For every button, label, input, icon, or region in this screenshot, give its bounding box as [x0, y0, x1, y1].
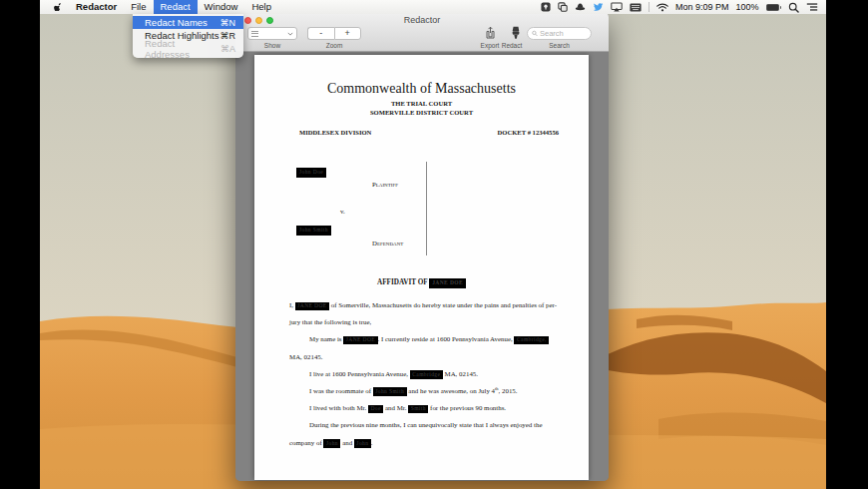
search-icon [532, 30, 538, 37]
document-subtitle-court: THE TRIAL COURT [254, 100, 589, 107]
affidavit-heading-text: AFFIDAVIT OF [377, 278, 427, 286]
airplay-display-icon[interactable] [611, 2, 623, 12]
close-button[interactable] [244, 17, 251, 24]
document-page: Commonwealth of Massachusetts THE TRIAL … [254, 55, 589, 480]
redactor-window: Redactor Show - + Zoom [235, 12, 609, 481]
redaction-bar: Cambridge [410, 370, 443, 379]
zoom-control: - + [307, 27, 361, 40]
redaction-bar: John [354, 439, 371, 448]
menu-item-redact-addresses: Redact Addresses ⌘A [133, 42, 243, 55]
division-docket-row: MIDDLESEX DIVISION DOCKET # 12344556 [299, 129, 559, 136]
wifi-icon[interactable] [656, 3, 668, 12]
text-segment: company of [289, 439, 323, 446]
menubar-item-window[interactable]: Window [198, 0, 245, 14]
text-segment: My name is [309, 335, 343, 342]
menubar-item-help[interactable]: Help [244, 0, 278, 14]
text-segment: . I currently reside at 1600 Pennsylvani… [378, 335, 515, 342]
text-segment: I lived with both Mr. [309, 404, 368, 411]
battery-percent: 100% [735, 2, 758, 12]
zoom-in-button[interactable]: + [334, 27, 362, 40]
affidavit-line: During the previous nine months, I can u… [289, 416, 563, 433]
battery-icon[interactable] [766, 4, 782, 11]
text-segment: I live at 1600 Pennsylvania Avenue, [309, 370, 410, 377]
redaction-bar: John [323, 439, 340, 448]
search-label: Search [527, 42, 592, 49]
text-segment: . [371, 439, 373, 446]
redaction-bar: Smith [408, 405, 428, 414]
export-share-icon [485, 26, 496, 40]
text-segment: and he was awesome, on July 4 [407, 387, 495, 394]
menu-item-shortcut: ⌘R [220, 31, 236, 41]
redaction-bar: John Smith [296, 226, 331, 236]
affidavit-line: I live at 1600 Pennsylvania Avenue, Camb… [289, 365, 563, 382]
text-segment: MA, 02145. [289, 353, 323, 360]
case-caption: John Doe Plaintiff v. John Smith Defenda… [254, 160, 589, 255]
zoom-out-button[interactable]: - [307, 27, 334, 40]
chevron-down-icon [287, 32, 293, 36]
redaction-bar: JANE DOE [343, 336, 377, 345]
document-title: Commonwealth of Massachusetts [254, 81, 589, 97]
defendant-label: Defendant [372, 240, 403, 246]
affidavit-body: I, JANE DOE of Somerville, Massachusetts… [289, 296, 563, 451]
menu-item-label: Redact Addresses [145, 38, 220, 60]
export-button[interactable] [477, 25, 503, 40]
redact-menu-dropdown: Redact Names ⌘N Redact Highlights ⌘R Red… [133, 14, 243, 58]
spotlight-icon[interactable] [788, 2, 799, 13]
text-segment: , 2015. [499, 387, 518, 394]
menubar-item-redact[interactable]: Redact [154, 0, 198, 14]
twitter-app-icon[interactable] [593, 2, 604, 12]
affidavit-line: I lived with both Mr. Doe and Mr. Smith … [289, 399, 563, 416]
menu-item-label: Redact Names [145, 17, 208, 28]
affidavit-line: company of John and John. [289, 434, 563, 451]
hat-app-icon[interactable] [575, 2, 586, 12]
password-app-icon[interactable] [541, 2, 551, 12]
keyboard-app-icon[interactable] [630, 3, 642, 12]
versus-text: v. [340, 208, 345, 216]
menu-item-redact-names[interactable]: Redact Names ⌘N [133, 16, 243, 29]
document-subtitle-district: SOMERVILLE DISTRICT COURT [254, 109, 589, 116]
redaction-bar: JANE DOE [295, 302, 329, 311]
redact-button[interactable] [503, 25, 529, 40]
document-scroll-area[interactable]: Commonwealth of Massachusetts THE TRIAL … [235, 52, 609, 481]
show-dropdown[interactable] [247, 27, 297, 40]
docket-number: DOCKET # 12344556 [498, 129, 559, 136]
status-icons: Mon 9:09 PM 100% [541, 2, 818, 13]
redact-marker-icon [511, 26, 521, 40]
text-segment: jury that the following is true, [289, 318, 371, 325]
caption-divider-line [426, 162, 427, 255]
text-segment: for the previous 90 months. [428, 404, 506, 411]
text-segment: and [340, 439, 353, 446]
clipboard-app-icon[interactable] [558, 2, 568, 12]
minimize-button[interactable] [255, 17, 262, 24]
affidavit-line: I was the roommate of John Smith and he … [289, 382, 563, 399]
division-text: MIDDLESEX DIVISION [299, 129, 371, 136]
menubar-item-app[interactable]: Redactor [69, 0, 124, 14]
redact-label: Redact [497, 42, 527, 49]
redaction-bar: John Doe [296, 168, 326, 178]
zoom-window-button[interactable] [266, 17, 273, 24]
apple-logo-icon [54, 2, 63, 13]
menu-clock[interactable]: Mon 9:09 PM [675, 2, 729, 12]
search-input[interactable] [540, 29, 587, 38]
zoom-label: Zoom [307, 42, 361, 49]
menu-item-shortcut: ⌘N [220, 18, 236, 28]
menubar-item-file[interactable]: File [124, 0, 153, 14]
text-segment: and Mr. [383, 404, 408, 411]
search-field[interactable] [527, 27, 592, 40]
text-segment: During the previous nine months, I can u… [309, 421, 542, 428]
status-divider [649, 2, 650, 12]
affidavit-line: My name is JANE DOE. I currently reside … [289, 330, 563, 347]
show-label: Show [247, 42, 297, 49]
menu-item-shortcut: ⌘A [220, 44, 235, 54]
window-toolbar: Redactor Show - + Zoom [235, 12, 609, 52]
redaction-bar: Cambridge, [514, 336, 549, 345]
redaction-bar: John Smith [373, 387, 407, 396]
affidavit-line: I, JANE DOE of Somerville, Massachusetts… [289, 296, 563, 313]
menu-bar: Redactor File Redact Window Help [40, 0, 826, 14]
affidavit-line: jury that the following is true, [289, 313, 563, 330]
affidavit-line: MA, 02145. [289, 348, 563, 365]
notification-center-icon[interactable] [806, 2, 818, 12]
apple-menu[interactable] [48, 2, 69, 13]
list-view-icon [251, 31, 258, 37]
traffic-lights [244, 17, 273, 24]
